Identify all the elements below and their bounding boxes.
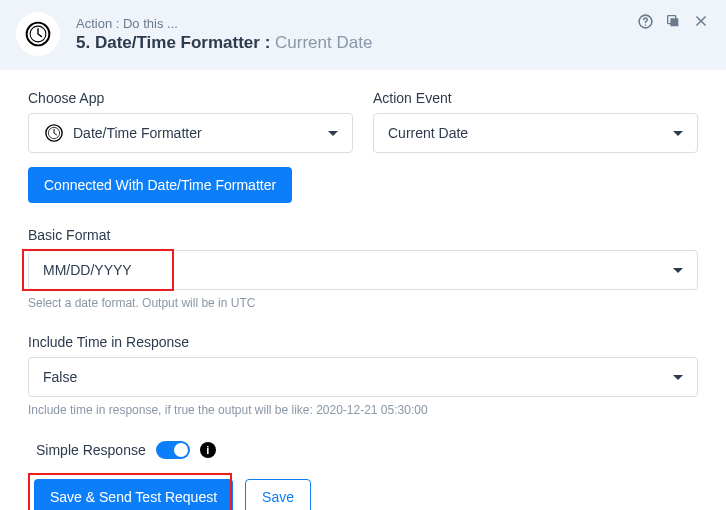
basic-format-value: MM/DD/YYYY [43, 262, 132, 278]
chevron-down-icon [673, 131, 683, 136]
simple-response-label: Simple Response [36, 442, 146, 458]
header-title: 5. Date/Time Formatter : Current Date [76, 33, 710, 53]
include-time-select[interactable]: False [28, 357, 698, 397]
help-icon[interactable] [636, 12, 654, 30]
basic-format-label: Basic Format [28, 227, 698, 243]
action-event-select[interactable]: Current Date [373, 113, 698, 153]
include-time-label: Include Time in Response [28, 334, 698, 350]
basic-format-hint: Select a date format. Output will be in … [28, 296, 698, 310]
clock-icon [43, 122, 65, 144]
svg-rect-4 [670, 18, 678, 26]
info-icon[interactable]: i [200, 442, 216, 458]
include-time-hint: Include time in response, if true the ou… [28, 403, 698, 417]
action-event-label: Action Event [373, 90, 698, 106]
chevron-down-icon [673, 268, 683, 273]
save-send-test-button[interactable]: Save & Send Test Request [34, 479, 233, 510]
include-time-value: False [43, 369, 77, 385]
chevron-down-icon [673, 375, 683, 380]
header-title-prefix: 5. Date/Time Formatter : [76, 33, 270, 52]
choose-app-label: Choose App [28, 90, 353, 106]
close-icon[interactable] [692, 12, 710, 30]
clock-icon [24, 20, 52, 48]
panel-content: Choose App Date/Time Formatter Action Ev [0, 70, 726, 510]
connected-button[interactable]: Connected With Date/Time Formatter [28, 167, 292, 203]
app-icon-container [16, 12, 60, 56]
chevron-down-icon [328, 131, 338, 136]
simple-response-toggle[interactable] [156, 441, 190, 459]
panel-header: Action : Do this ... 5. Date/Time Format… [0, 0, 726, 70]
header-text: Action : Do this ... 5. Date/Time Format… [76, 16, 710, 53]
header-pretitle: Action : Do this ... [76, 16, 710, 31]
header-title-sub: Current Date [275, 33, 372, 52]
copy-icon[interactable] [664, 12, 682, 30]
choose-app-value: Date/Time Formatter [73, 125, 202, 141]
choose-app-select[interactable]: Date/Time Formatter [28, 113, 353, 153]
header-actions [636, 12, 710, 30]
basic-format-select[interactable]: MM/DD/YYYY [28, 250, 698, 290]
action-event-value: Current Date [388, 125, 468, 141]
svg-point-3 [644, 24, 645, 25]
save-button[interactable]: Save [245, 479, 311, 510]
